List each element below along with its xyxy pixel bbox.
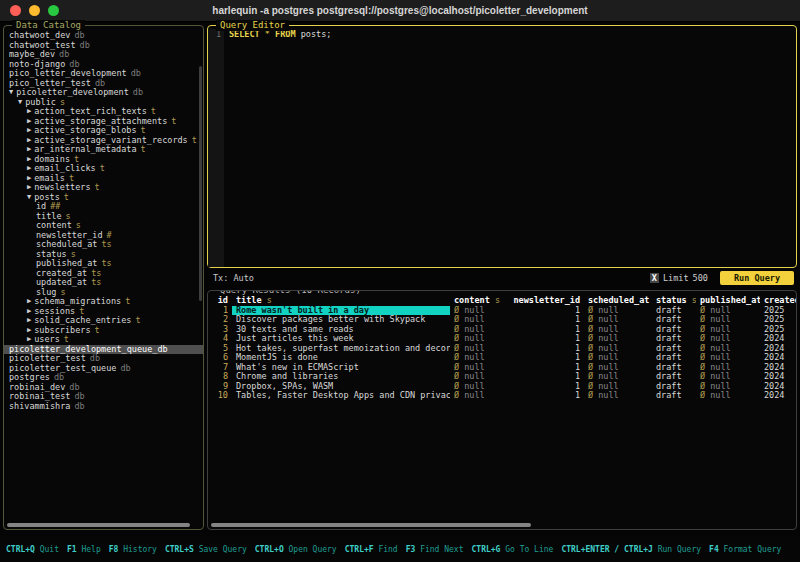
footer-shortcut[interactable]: CTRL+ENTER / CTRL+J Run Query: [561, 545, 701, 554]
table-cell-published_at[interactable]: Ø null: [696, 334, 760, 344]
tree-item[interactable]: ▶emailst: [4, 174, 203, 184]
table-cell-created[interactable]: 2024: [760, 334, 796, 344]
tree-item[interactable]: ▶domainst: [4, 155, 203, 165]
chevron-right-icon[interactable]: ▶: [27, 326, 31, 336]
limit-checkbox[interactable]: X: [650, 273, 659, 283]
tree-item[interactable]: robinai_devdb: [4, 383, 203, 393]
column-header-published_at[interactable]: published_at ts: [696, 296, 760, 306]
table-cell-newsletter_id[interactable]: 1: [504, 353, 584, 363]
tree-item[interactable]: maybe_devdb: [4, 50, 203, 60]
table-cell-id[interactable]: 7: [208, 363, 232, 373]
table-cell-scheduled_at[interactable]: Ø null: [584, 391, 652, 401]
tree-item[interactable]: ▼postst: [4, 193, 203, 203]
column-header-content[interactable]: content s: [450, 296, 504, 306]
table-cell-id[interactable]: 8: [208, 372, 232, 382]
tree-item[interactable]: ▼picoletter_developmentdb: [4, 88, 203, 98]
column-header-created[interactable]: created_at ts: [760, 296, 796, 306]
tree-item[interactable]: pico_letter_developmentdb: [4, 69, 203, 79]
table-cell-scheduled_at[interactable]: Ø null: [584, 372, 652, 382]
table-cell-content[interactable]: Ø null: [450, 315, 504, 325]
tree-item[interactable]: ▶userst: [4, 335, 203, 345]
tree-item[interactable]: robinai_testdb: [4, 392, 203, 402]
column-header-newsletter_id[interactable]: newsletter_id #: [504, 296, 584, 306]
tree-item[interactable]: ▶active_storage_variant_recordst: [4, 136, 203, 146]
table-cell-newsletter_id[interactable]: 1: [504, 391, 584, 401]
tree-item[interactable]: picoletter_testdb: [4, 354, 203, 364]
table-cell-created[interactable]: 2025: [760, 325, 796, 335]
table-cell-scheduled_at[interactable]: Ø null: [584, 325, 652, 335]
table-cell-newsletter_id[interactable]: 1: [504, 325, 584, 335]
tree-item[interactable]: pico_letter_testdb: [4, 79, 203, 89]
table-cell-title[interactable]: Hot takes, superfast memoization and dec…: [232, 344, 450, 354]
tree-item[interactable]: ▶subscriberst: [4, 326, 203, 336]
tree-item[interactable]: contents: [4, 221, 203, 231]
table-cell-published_at[interactable]: Ø null: [696, 372, 760, 382]
table-cell-id[interactable]: 4: [208, 334, 232, 344]
catalog-horizontal-scrollbar[interactable]: [7, 523, 200, 527]
tree-item[interactable]: postgresdb: [4, 373, 203, 383]
table-cell-id[interactable]: 6: [208, 353, 232, 363]
table-cell-created[interactable]: 2024: [760, 372, 796, 382]
limit-control[interactable]: X Limit 500: [650, 273, 708, 283]
table-cell-content[interactable]: Ø null: [450, 325, 504, 335]
table-cell-created[interactable]: 2025: [760, 306, 796, 316]
table-cell-published_at[interactable]: Ø null: [696, 306, 760, 316]
table-cell-id[interactable]: 5: [208, 344, 232, 354]
tree-item[interactable]: ▶email_clickst: [4, 164, 203, 174]
table-cell-newsletter_id[interactable]: 1: [504, 306, 584, 316]
table-cell-published_at[interactable]: Ø null: [696, 353, 760, 363]
limit-value-input[interactable]: 500: [693, 273, 708, 283]
tree-item[interactable]: shivammishradb: [4, 402, 203, 412]
chevron-right-icon[interactable]: ▶: [27, 164, 31, 174]
column-header-title[interactable]: title s: [232, 296, 450, 306]
tree-item[interactable]: titles: [4, 212, 203, 222]
table-cell-published_at[interactable]: Ø null: [696, 344, 760, 354]
table-cell-title[interactable]: Chrome and libraries: [232, 372, 450, 382]
table-cell-status[interactable]: draft: [652, 344, 696, 354]
table-cell-content[interactable]: Ø null: [450, 391, 504, 401]
chevron-right-icon[interactable]: ▶: [27, 155, 31, 165]
tree-item[interactable]: newsletter_id#: [4, 231, 203, 241]
tree-item[interactable]: picoletter_development_queue_db: [4, 345, 203, 355]
chevron-right-icon[interactable]: ▶: [27, 107, 31, 117]
table-cell-published_at[interactable]: Ø null: [696, 315, 760, 325]
table-cell-scheduled_at[interactable]: Ø null: [584, 315, 652, 325]
table-cell-status[interactable]: draft: [652, 372, 696, 382]
table-cell-scheduled_at[interactable]: Ø null: [584, 353, 652, 363]
transaction-mode-toggle[interactable]: Tx: Auto: [213, 273, 254, 283]
table-cell-scheduled_at[interactable]: Ø null: [584, 363, 652, 373]
table-cell-title[interactable]: Dropbox, SPAs, WASM: [232, 382, 450, 392]
tree-item[interactable]: ▶active_storage_blobst: [4, 126, 203, 136]
table-cell-title[interactable]: What's new in ECMAScript: [232, 363, 450, 373]
table-cell-published_at[interactable]: Ø null: [696, 382, 760, 392]
tree-item[interactable]: updated_atts: [4, 278, 203, 288]
tree-item[interactable]: ▶action_text_rich_textst: [4, 107, 203, 117]
table-cell-newsletter_id[interactable]: 1: [504, 382, 584, 392]
table-cell-status[interactable]: draft: [652, 315, 696, 325]
footer-shortcut[interactable]: F8 History: [109, 545, 157, 554]
table-cell-id[interactable]: 3: [208, 325, 232, 335]
table-cell-content[interactable]: Ø null: [450, 353, 504, 363]
table-cell-newsletter_id[interactable]: 1: [504, 363, 584, 373]
tree-item[interactable]: ▶newsletterst: [4, 183, 203, 193]
table-cell-id[interactable]: 1: [208, 306, 232, 316]
chevron-right-icon[interactable]: ▶: [27, 183, 31, 193]
table-cell-created[interactable]: 2024: [760, 363, 796, 373]
table-cell-status[interactable]: draft: [652, 334, 696, 344]
tree-item[interactable]: created_atts: [4, 269, 203, 279]
catalog-vertical-scrollbar[interactable]: [199, 66, 202, 494]
footer-shortcut[interactable]: CTRL+O Open Query: [255, 545, 337, 554]
tree-item[interactable]: ▶sessionst: [4, 307, 203, 317]
footer-shortcut[interactable]: F1 Help: [67, 545, 101, 554]
table-cell-scheduled_at[interactable]: Ø null: [584, 344, 652, 354]
table-cell-status[interactable]: draft: [652, 391, 696, 401]
table-cell-published_at[interactable]: Ø null: [696, 325, 760, 335]
table-cell-title[interactable]: Just articles this week: [232, 334, 450, 344]
table-cell-created[interactable]: 2024: [760, 344, 796, 354]
tree-item[interactable]: scheduled_atts: [4, 240, 203, 250]
chevron-right-icon[interactable]: ▶: [27, 297, 31, 307]
chevron-right-icon[interactable]: ▶: [27, 174, 31, 184]
scrollbar-thumb[interactable]: [211, 523, 531, 527]
table-cell-newsletter_id[interactable]: 1: [504, 315, 584, 325]
tree-item[interactable]: ▶schema_migrationst: [4, 297, 203, 307]
